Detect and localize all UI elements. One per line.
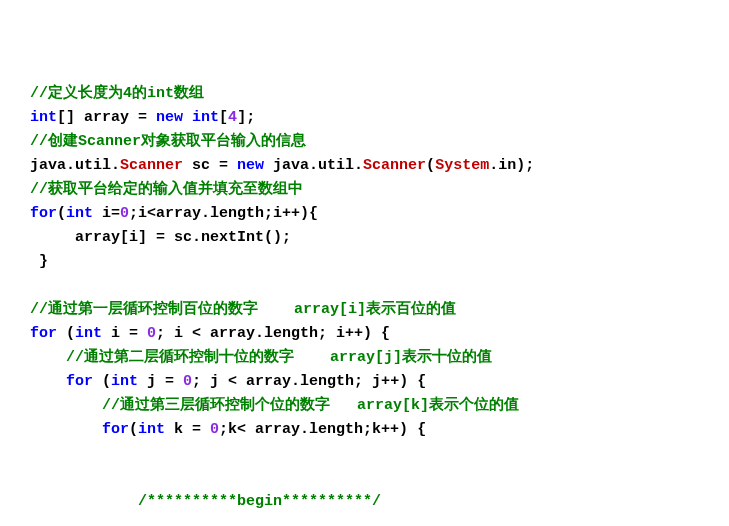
token-kw: int bbox=[111, 373, 138, 390]
token-cmt: //获取平台给定的输入值并填充至数组中 bbox=[30, 181, 303, 198]
token-kw: int bbox=[138, 421, 165, 438]
token-txt: ( bbox=[426, 157, 435, 174]
code-line bbox=[30, 466, 699, 490]
code-line: //通过第三层循环控制个位的数字 array[k]表示个位的值 bbox=[30, 394, 699, 418]
token-kw: new bbox=[156, 109, 183, 126]
token-txt bbox=[30, 493, 138, 510]
code-line: //获取平台给定的输入值并填充至数组中 bbox=[30, 178, 699, 202]
token-kw: int bbox=[66, 205, 93, 222]
token-txt bbox=[30, 397, 102, 414]
token-txt: ;i<array.length;i++){ bbox=[129, 205, 318, 222]
code-block: //定义长度为4的int数组int[] array = new int[4];/… bbox=[30, 82, 699, 526]
token-txt bbox=[183, 109, 192, 126]
token-kw: for bbox=[30, 325, 57, 342]
token-txt: ]; bbox=[237, 109, 255, 126]
code-line: //通过第二层循环控制十位的数字 array[j]表示十位的值 bbox=[30, 346, 699, 370]
token-kw: for bbox=[66, 373, 93, 390]
token-cmt: /**********begin**********/ bbox=[138, 493, 381, 510]
code-line bbox=[30, 274, 699, 298]
token-cmt: //通过第三层循环控制个位的数字 array[k]表示个位的值 bbox=[102, 397, 519, 414]
token-txt: java.util. bbox=[264, 157, 363, 174]
code-line: } bbox=[30, 250, 699, 274]
token-txt: ;k< array.length;k++) { bbox=[219, 421, 426, 438]
code-line: array[i] = sc.nextInt(); bbox=[30, 226, 699, 250]
token-txt bbox=[30, 373, 66, 390]
token-kw: int bbox=[192, 109, 219, 126]
token-txt: ; j < array.length; j++) { bbox=[192, 373, 426, 390]
code-line: for (int i = 0; i < array.length; i++) { bbox=[30, 322, 699, 346]
code-line: //定义长度为4的int数组 bbox=[30, 82, 699, 106]
token-cmt: //通过第二层循环控制十位的数字 array[j]表示十位的值 bbox=[66, 349, 492, 366]
token-kw: int bbox=[30, 109, 57, 126]
token-kw: new bbox=[237, 157, 264, 174]
token-num: 0 bbox=[183, 373, 192, 390]
code-line: java.util.Scanner sc = new java.util.Sca… bbox=[30, 154, 699, 178]
code-line: for(int k = 0;k< array.length;k++) { bbox=[30, 418, 699, 442]
code-line: for (int j = 0; j < array.length; j++) { bbox=[30, 370, 699, 394]
token-cmt: //通过第一层循环控制百位的数字 array[i]表示百位的值 bbox=[30, 301, 456, 318]
token-num: 0 bbox=[210, 421, 219, 438]
token-num: 0 bbox=[120, 205, 129, 222]
token-txt: } bbox=[30, 253, 48, 270]
token-txt bbox=[30, 421, 102, 438]
token-txt: ( bbox=[57, 325, 75, 342]
token-kw: for bbox=[30, 205, 57, 222]
token-txt: [] array = bbox=[57, 109, 156, 126]
code-line: /**********begin**********/ bbox=[30, 490, 699, 514]
token-txt: ( bbox=[57, 205, 66, 222]
token-cls: Scanner bbox=[363, 157, 426, 174]
token-txt: i= bbox=[93, 205, 120, 222]
token-cls: Scanner bbox=[120, 157, 183, 174]
token-num: 0 bbox=[147, 325, 156, 342]
token-txt: .in); bbox=[489, 157, 534, 174]
token-txt: java.util. bbox=[30, 157, 120, 174]
code-line: //通过第一层循环控制百位的数字 array[i]表示百位的值 bbox=[30, 298, 699, 322]
token-txt: k = bbox=[165, 421, 210, 438]
token-txt: ( bbox=[129, 421, 138, 438]
token-kw: int bbox=[75, 325, 102, 342]
code-line bbox=[30, 514, 699, 526]
code-line bbox=[30, 442, 699, 466]
code-line: for(int i=0;i<array.length;i++){ bbox=[30, 202, 699, 226]
token-txt bbox=[30, 349, 66, 366]
token-kw: for bbox=[102, 421, 129, 438]
token-txt: j = bbox=[138, 373, 183, 390]
token-cls: System bbox=[435, 157, 489, 174]
code-line: int[] array = new int[4]; bbox=[30, 106, 699, 130]
code-line: //创建Scanner对象获取平台输入的信息 bbox=[30, 130, 699, 154]
token-cmt: //创建Scanner对象获取平台输入的信息 bbox=[30, 133, 306, 150]
token-txt: array[i] = sc.nextInt(); bbox=[30, 229, 291, 246]
token-txt: i = bbox=[102, 325, 147, 342]
token-num: 4 bbox=[228, 109, 237, 126]
token-txt: ; i < array.length; i++) { bbox=[156, 325, 390, 342]
token-txt: sc = bbox=[183, 157, 237, 174]
token-txt: [ bbox=[219, 109, 228, 126]
token-txt: ( bbox=[93, 373, 111, 390]
token-cmt: //定义长度为4的int数组 bbox=[30, 85, 204, 102]
